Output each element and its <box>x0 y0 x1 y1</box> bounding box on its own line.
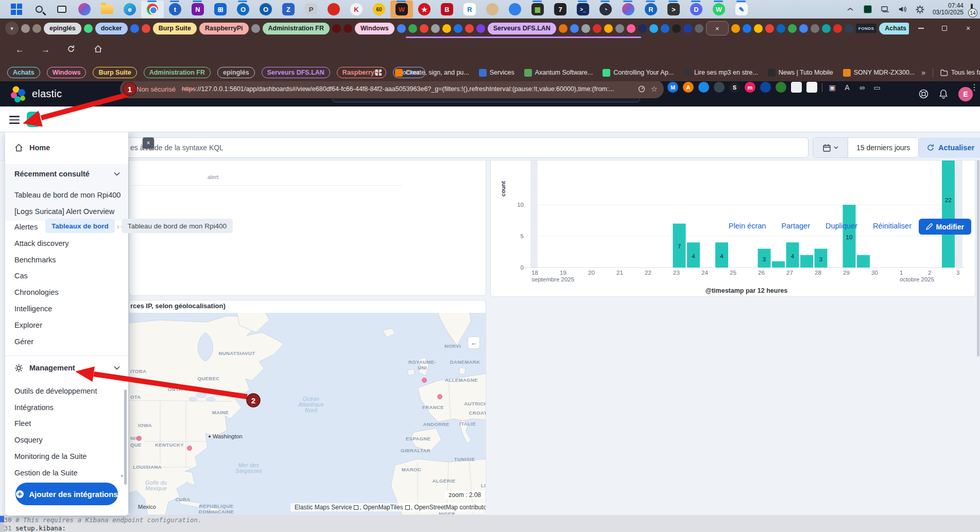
taskbar-icon-hotspot-shield[interactable] <box>504 1 526 18</box>
taskbar-icon-notes[interactable]: ✎ <box>730 1 753 18</box>
tab-favicon[interactable] <box>408 24 417 33</box>
bookmarks-overflow-icon[interactable]: » <box>921 68 925 77</box>
tab-group-pill[interactable]: Achats <box>879 23 912 34</box>
tab-group-pill[interactable]: epinglés <box>44 23 81 34</box>
tab-favicon[interactable] <box>731 24 740 33</box>
taskbar-icon-betclic[interactable]: B <box>436 1 458 18</box>
toolbar-action-partager[interactable]: Partager <box>781 222 810 230</box>
map-canvas[interactable]: NUNATSIAVUTNORVIDANEMARKROYAUME- UNIALLE… <box>129 313 486 515</box>
tab-group-pill[interactable]: RaspberryPi <box>199 23 249 34</box>
map-attribution-link[interactable]: OpenMapTiles <box>363 504 403 511</box>
extension-icon[interactable]: S <box>729 82 740 93</box>
bookmark-item[interactable]: Axantum Software... <box>524 69 593 77</box>
sidebar-item-fleet[interactable]: Fleet <box>5 418 128 429</box>
tab-favicon[interactable] <box>130 24 139 33</box>
date-range-label[interactable]: 15 derniers jours <box>848 138 918 157</box>
taskbar-icon-rosetta[interactable]: R <box>640 1 662 18</box>
sidebar-item-attack-discovery[interactable]: Attack discovery <box>5 238 128 249</box>
extension-icon[interactable] <box>776 82 786 93</box>
tab-favicon[interactable] <box>743 24 751 33</box>
tab-favicon[interactable] <box>21 24 30 33</box>
sidebar-recent-tableau-de-bord-de-mon-rpi400[interactable]: Tableau de bord de mon Rpi400 <box>5 189 128 201</box>
map-data-point[interactable] <box>187 446 192 451</box>
elastic-logo[interactable]: elastic <box>0 85 62 103</box>
kql-search-input[interactable]: es à l'aide de la syntaxe KQL <box>123 137 809 158</box>
bookmark-group-pill[interactable]: Achats <box>7 67 40 78</box>
bookmark-item[interactable]: Controlling Your Ap... <box>603 69 674 77</box>
tab-favicon[interactable] <box>845 24 853 33</box>
sidebar-item-outils-de-d-veloppement[interactable]: Outils de développement <box>5 385 128 397</box>
taskbar-icon-outlook-classic[interactable]: O <box>254 1 277 18</box>
clipboard-icon[interactable]: ▣ <box>827 83 837 92</box>
map-data-point[interactable] <box>422 378 427 383</box>
back-icon[interactable]: ← <box>15 45 24 55</box>
taskbar-icon-clock-app[interactable]: ◔ <box>594 1 617 18</box>
browser-menu-kebab-icon[interactable]: ⋮ <box>970 82 978 92</box>
alerts-bell-icon[interactable] <box>939 89 948 99</box>
tab-favicon[interactable] <box>570 24 579 33</box>
sidebar-item-monitoring-de-la-suite[interactable]: Monitoring de la Suite <box>5 451 128 462</box>
sidebar-item-explorer[interactable]: Explorer <box>5 320 128 331</box>
tab-group-pill[interactable]: docker <box>95 23 128 34</box>
tab-favicon[interactable] <box>397 24 406 33</box>
tab-favicon[interactable] <box>683 24 692 33</box>
taskbar-icon-task-view[interactable] <box>50 1 73 18</box>
taskbar-icon-copilot[interactable] <box>617 1 640 18</box>
tab-favicon[interactable] <box>343 24 352 33</box>
date-picker-calendar-button[interactable] <box>813 138 848 157</box>
map-attribution[interactable]: Elastic Maps Service, OpenMapTiles, Open… <box>290 503 486 511</box>
add-integrations-button[interactable]: Ajouter des intégrations <box>15 483 118 505</box>
sidebar-item-benchmarks[interactable]: Benchmarks <box>5 254 128 265</box>
tab-favicon[interactable] <box>627 24 635 33</box>
taskbar-icon-copilot-m365[interactable] <box>73 1 96 18</box>
bookmark-item[interactable]: Create, sign, and pu... <box>395 69 469 77</box>
bookmark-star-icon[interactable]: ☆ <box>651 84 658 94</box>
devices-icon[interactable]: ▭ <box>872 83 882 92</box>
sidebar-item-int-grations[interactable]: Intégrations <box>5 402 128 413</box>
scroll-down-icon[interactable]: ▼ <box>120 474 124 478</box>
tab-favicon[interactable] <box>465 24 474 33</box>
bookmark-item[interactable]: Lire ses mp3 en stre... <box>683 69 758 77</box>
tooltip-close-icon[interactable]: × <box>143 137 154 149</box>
sidebar-item-gestion-de-la-suite[interactable]: Gestion de la Suite <box>5 467 128 478</box>
tab-favicon[interactable] <box>251 24 260 33</box>
bookmark-group-pill[interactable]: Serveurs DFS.LAN <box>262 67 330 78</box>
extension-icon[interactable] <box>806 82 817 93</box>
taskbar-icon-pokerstars[interactable]: ★ <box>413 1 436 18</box>
tab-favicon[interactable] <box>604 24 613 33</box>
tab-favicon[interactable] <box>799 24 808 33</box>
translate-icon[interactable]: A <box>842 83 852 92</box>
taskbar-icon-onenote[interactable]: N <box>186 1 209 18</box>
map-attribution-link[interactable]: Elastic Maps Service <box>295 504 352 511</box>
taskbar-icon-thunderbird[interactable]: t <box>164 1 186 18</box>
forward-icon[interactable]: → <box>41 45 50 55</box>
tab-favicon[interactable] <box>672 24 681 33</box>
taskbar-icon-sixty-smiley[interactable]: 60 <box>368 1 390 18</box>
bookmark-group-pill[interactable]: Windows <box>47 67 87 78</box>
apps-grid-icon[interactable] <box>375 69 382 76</box>
menu-hamburger-icon[interactable] <box>9 116 20 126</box>
close-button[interactable]: × <box>956 19 980 38</box>
taskbar-icon-snagit[interactable]: Z <box>277 1 300 18</box>
tab-search-chevron-icon[interactable]: ▾ <box>5 22 19 35</box>
bookmark-group-pill[interactable]: epinglés <box>217 67 255 78</box>
tab-favicon[interactable] <box>638 24 647 33</box>
taskbar-icon-chrome[interactable] <box>141 1 164 18</box>
taskbar-icon-terminal-dark[interactable]: > <box>662 1 685 18</box>
tab-favicon[interactable] <box>454 24 462 33</box>
tab-favicon[interactable] <box>442 24 451 33</box>
taskbar-icon-start[interactable] <box>5 1 28 18</box>
settings-gear-icon[interactable] <box>915 4 925 14</box>
taskbar-icon-kfc[interactable]: K <box>345 1 368 18</box>
network-icon[interactable] <box>880 4 890 14</box>
tab-favicon[interactable] <box>811 24 819 33</box>
tab-favicon[interactable] <box>615 24 624 33</box>
active-tab-close-icon[interactable]: × <box>706 21 729 36</box>
taskbar-icon-apple[interactable] <box>322 1 345 18</box>
taskbar-icon-ms-store[interactable]: ⊞ <box>209 1 232 18</box>
extension-icon[interactable] <box>714 82 725 93</box>
taskbar-icon-discord[interactable]: D <box>685 1 708 18</box>
map-collapse-button[interactable]: ← <box>468 336 480 349</box>
maximize-button[interactable] <box>933 19 956 38</box>
extension-icon[interactable]: M <box>667 82 678 93</box>
